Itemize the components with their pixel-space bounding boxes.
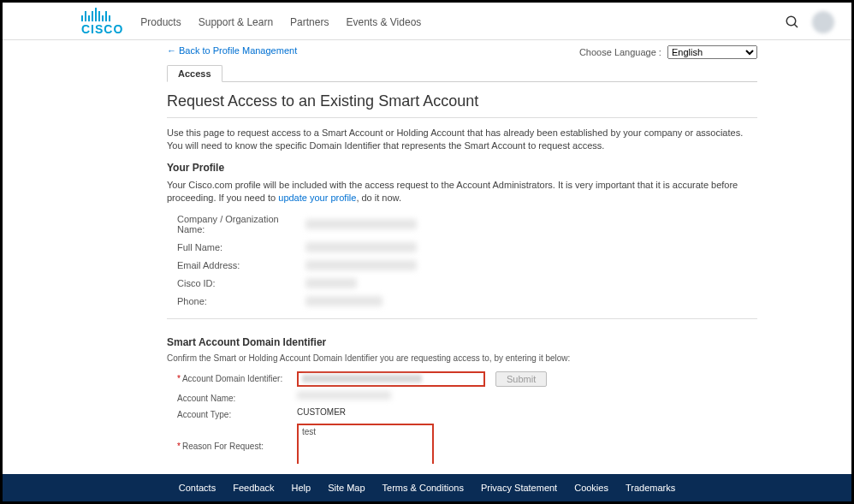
- profile-text: Your Cisco.com profile will be included …: [167, 179, 757, 205]
- footer-help[interactable]: Help: [292, 483, 311, 493]
- account-name-label: Account Name:: [177, 391, 297, 403]
- profile-text-pre: Your Cisco.com profile will be included …: [167, 180, 738, 203]
- divider: [167, 117, 757, 118]
- smart-heading: Smart Account Domain Identifier: [167, 336, 757, 348]
- phone-value: [305, 296, 383, 306]
- email-label: Email Address:: [177, 260, 305, 270]
- language-label: Choose Language :: [579, 47, 661, 57]
- nav-partners[interactable]: Partners: [290, 16, 329, 28]
- ciscoid-label: Cisco ID:: [177, 278, 305, 288]
- footer-sitemap[interactable]: Site Map: [328, 483, 365, 493]
- back-to-profile-link[interactable]: ← Back to Profile Management: [167, 45, 297, 56]
- user-avatar[interactable]: [812, 11, 834, 33]
- phone-label: Phone:: [177, 296, 305, 306]
- global-header: CISCO Products Support & Learn Partners …: [3, 3, 851, 40]
- footer-privacy[interactable]: Privacy Statement: [481, 483, 557, 493]
- company-value: [305, 219, 417, 229]
- footer-contacts[interactable]: Contacts: [179, 483, 216, 493]
- smart-account-section: Smart Account Domain Identifier Confirm …: [167, 318, 757, 464]
- profile-text-post: , do it now.: [356, 193, 401, 203]
- company-label: Company / Organization Name:: [177, 214, 305, 234]
- nav-products[interactable]: Products: [140, 16, 181, 28]
- language-select[interactable]: English: [667, 45, 757, 59]
- domain-identifier-input[interactable]: [297, 371, 485, 387]
- arrow-left-icon: ←: [167, 45, 176, 56]
- reason-label: *Reason For Request:: [177, 439, 297, 451]
- svg-line-1: [794, 24, 798, 27]
- primary-nav: Products Support & Learn Partners Events…: [140, 16, 421, 28]
- logo-text: CISCO: [81, 22, 123, 36]
- nav-support[interactable]: Support & Learn: [199, 16, 273, 28]
- submit-button[interactable]: Submit: [495, 371, 547, 387]
- tab-bar: Access: [167, 64, 757, 82]
- logo-bars-icon: [81, 8, 110, 21]
- footer-trademarks[interactable]: Trademarks: [626, 483, 675, 493]
- page-title: Request Access to an Existing Smart Acco…: [167, 92, 757, 110]
- smart-hint: Confirm the Smart or Holding Account Dom…: [167, 353, 757, 363]
- tab-access[interactable]: Access: [167, 65, 222, 82]
- account-name-value: [297, 391, 391, 400]
- cisco-logo[interactable]: CISCO: [81, 8, 123, 36]
- fullname-label: Full Name:: [177, 242, 305, 252]
- main-content: ← Back to Profile Management Choose Lang…: [3, 40, 851, 464]
- footer-feedback[interactable]: Feedback: [233, 483, 274, 493]
- page-description: Use this page to request access to a Sma…: [167, 127, 757, 153]
- email-value: [305, 260, 417, 270]
- svg-point-0: [786, 16, 796, 26]
- profile-fields: Company / Organization Name: Full Name: …: [177, 214, 757, 306]
- global-footer: Contacts Feedback Help Site Map Terms & …: [3, 474, 851, 501]
- domain-identifier-label: *Account Domain Identifier:: [177, 371, 297, 383]
- search-icon[interactable]: [785, 15, 800, 30]
- ciscoid-value: [305, 278, 357, 288]
- update-profile-link[interactable]: update your profile: [278, 193, 356, 203]
- back-link-label: Back to Profile Management: [179, 45, 297, 56]
- language-chooser: Choose Language : English: [579, 45, 757, 59]
- account-type-label: Account Type:: [177, 407, 297, 419]
- your-profile-heading: Your Profile: [167, 162, 757, 174]
- account-type-value: CUSTOMER: [297, 407, 346, 417]
- reason-textarea[interactable]: test: [297, 424, 434, 464]
- nav-events[interactable]: Events & Videos: [346, 16, 421, 28]
- footer-terms[interactable]: Terms & Conditions: [383, 483, 464, 493]
- fullname-value: [305, 242, 417, 252]
- footer-cookies[interactable]: Cookies: [574, 483, 608, 493]
